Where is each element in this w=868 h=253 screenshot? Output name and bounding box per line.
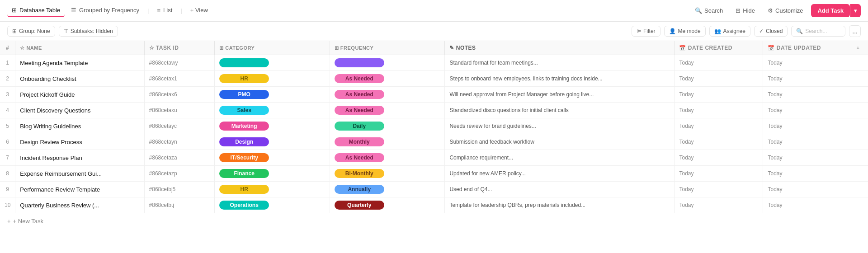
search-box[interactable]: 🔍 Search... bbox=[791, 26, 845, 37]
col-header-name[interactable]: ☆ NAME bbox=[15, 41, 144, 55]
tab-add-view[interactable]: + View bbox=[186, 4, 212, 17]
table-wrap: # ☆ NAME ☆ TASK ID ⊞ CATEGORY ⊞ FREQUENC… bbox=[0, 41, 868, 229]
cell-datecreated: Today bbox=[675, 103, 763, 118]
cell-category[interactable]: HR bbox=[215, 71, 330, 87]
cell-dateupdated: Today bbox=[763, 166, 852, 182]
cell-taskid: #868cetax6 bbox=[144, 87, 215, 103]
cell-frequency[interactable]: As Needed bbox=[330, 150, 445, 166]
new-task-row[interactable]: + + New Task bbox=[0, 213, 868, 229]
cell-category[interactable]: Finance bbox=[215, 166, 330, 182]
dateupdated-icon: 📅 bbox=[768, 45, 775, 51]
add-task-dropdown[interactable]: ▾ bbox=[850, 4, 861, 17]
tab-list[interactable]: ≡ List bbox=[152, 4, 177, 17]
hide-button[interactable]: ⊟ Hide bbox=[731, 5, 760, 17]
closed-chip[interactable]: ✓ Closed bbox=[754, 26, 788, 37]
cell-frequency[interactable]: Annually bbox=[330, 182, 445, 197]
tab-grouped-by-frequency[interactable]: ☰ Grouped by Frequency bbox=[66, 4, 144, 17]
more-button[interactable]: ... bbox=[849, 25, 861, 37]
cell-name[interactable]: Expense Reimbursement Gui... bbox=[15, 166, 144, 182]
cell-frequency[interactable]: Weekly bbox=[330, 55, 445, 71]
frequency-icon: ⊞ bbox=[335, 45, 339, 51]
cell-name[interactable]: Quarterly Business Review (... bbox=[15, 197, 144, 213]
frequency-badge: As Needed bbox=[335, 106, 384, 115]
cell-datecreated: Today bbox=[675, 166, 763, 182]
cell-name[interactable]: Performance Review Template bbox=[15, 182, 144, 197]
cell-name[interactable]: Incident Response Plan bbox=[15, 150, 144, 166]
cell-category[interactable]: Design bbox=[215, 134, 330, 150]
cell-name[interactable]: Meeting Agenda Template bbox=[15, 55, 144, 71]
cell-num: 5 bbox=[0, 118, 15, 134]
cell-dateupdated: Today bbox=[763, 71, 852, 87]
cell-category[interactable]: IT/Security bbox=[215, 150, 330, 166]
filter-chip[interactable]: ⊫ Filter bbox=[632, 26, 660, 37]
cell-frequency[interactable]: As Needed bbox=[330, 103, 445, 118]
tab-database-table[interactable]: ⊞ Database Table bbox=[7, 4, 65, 17]
frequency-badge: Daily bbox=[335, 122, 384, 131]
name-sort-icon: ☆ bbox=[20, 45, 25, 51]
table-row: 2 Onboarding Checklist #868cetax1 HR As … bbox=[0, 71, 868, 87]
customize-button[interactable]: ⚙ Customize bbox=[763, 5, 807, 17]
cell-name[interactable]: Client Discovery Questions bbox=[15, 103, 144, 118]
search-button[interactable]: 🔍 Search bbox=[690, 5, 727, 17]
cell-notes: Standardized disco questions for initial… bbox=[445, 103, 675, 118]
cell-num: 9 bbox=[0, 182, 15, 197]
cell-datecreated: Today bbox=[675, 134, 763, 150]
top-nav: ⊞ Database Table ☰ Grouped by Frequency … bbox=[0, 0, 868, 22]
add-task-button[interactable]: Add Task bbox=[811, 4, 850, 17]
cell-add bbox=[852, 87, 868, 103]
nav-separator: | bbox=[146, 7, 151, 14]
nav-right-actions: 🔍 Search ⊟ Hide ⚙ Customize Add Task ▾ bbox=[690, 4, 861, 17]
col-header-add[interactable]: + bbox=[852, 41, 868, 55]
col-header-notes[interactable]: ✎ NOTES bbox=[445, 41, 675, 55]
category-icon: ⊞ bbox=[219, 45, 224, 51]
customize-icon: ⚙ bbox=[768, 7, 773, 14]
cell-category[interactable]: Sales bbox=[215, 103, 330, 118]
cell-dateupdated: Today bbox=[763, 134, 852, 150]
cell-taskid: #868cetawy bbox=[144, 55, 215, 71]
cell-category[interactable]: Marketing bbox=[215, 118, 330, 134]
col-header-datecreated[interactable]: 📅 DATE CREATED bbox=[675, 41, 763, 55]
subtasks-chip[interactable]: ⊤ Subtasks: Hidden bbox=[59, 26, 118, 37]
cell-dateupdated: Today bbox=[763, 118, 852, 134]
cell-add bbox=[852, 103, 868, 118]
col-header-dateupdated[interactable]: 📅 DATE UPDATED bbox=[763, 41, 852, 55]
table-header-row: # ☆ NAME ☆ TASK ID ⊞ CATEGORY ⊞ FREQUENC… bbox=[0, 41, 868, 55]
cell-name[interactable]: Onboarding Checklist bbox=[15, 71, 144, 87]
closed-icon: ✓ bbox=[759, 28, 764, 34]
cell-add bbox=[852, 150, 868, 166]
cell-dateupdated: Today bbox=[763, 182, 852, 197]
frequency-badge: As Needed bbox=[335, 90, 384, 99]
cell-category[interactable]: HR bbox=[215, 182, 330, 197]
cell-add bbox=[852, 55, 868, 71]
cell-datecreated: Today bbox=[675, 118, 763, 134]
cell-category[interactable]: Operations bbox=[215, 55, 330, 71]
cell-frequency[interactable]: Daily bbox=[330, 118, 445, 134]
cell-dateupdated: Today bbox=[763, 103, 852, 118]
cell-datecreated: Today bbox=[675, 55, 763, 71]
cell-frequency[interactable]: As Needed bbox=[330, 71, 445, 87]
col-header-frequency[interactable]: ⊞ FREQUENCY bbox=[330, 41, 445, 55]
cell-category[interactable]: Operations bbox=[215, 197, 330, 213]
cell-datecreated: Today bbox=[675, 71, 763, 87]
cell-name[interactable]: Design Review Process bbox=[15, 134, 144, 150]
cell-taskid: #868cetazp bbox=[144, 166, 215, 182]
cell-name[interactable]: Project Kickoff Guide bbox=[15, 87, 144, 103]
col-header-category[interactable]: ⊞ CATEGORY bbox=[215, 41, 330, 55]
group-chip[interactable]: ⊞ Group: None bbox=[7, 26, 55, 37]
cell-frequency[interactable]: As Needed bbox=[330, 87, 445, 103]
cell-frequency[interactable]: Bi-Monthly bbox=[330, 166, 445, 182]
cell-notes: Compliance requirement... bbox=[445, 150, 675, 166]
database-table-icon: ⊞ bbox=[12, 7, 17, 14]
cell-frequency[interactable]: Quarterly bbox=[330, 197, 445, 213]
me-mode-chip[interactable]: 👤 Me mode bbox=[664, 26, 706, 37]
cell-category[interactable]: PMO bbox=[215, 87, 330, 103]
cell-notes: Needs review for brand guidelines... bbox=[445, 118, 675, 134]
toolbar-left: ⊞ Group: None ⊤ Subtasks: Hidden bbox=[7, 26, 118, 37]
category-badge: HR bbox=[219, 74, 269, 83]
assignee-chip[interactable]: 👥 Assignee bbox=[709, 26, 750, 37]
col-header-taskid[interactable]: ☆ TASK ID bbox=[144, 41, 215, 55]
toolbar: ⊞ Group: None ⊤ Subtasks: Hidden ⊫ Filte… bbox=[0, 22, 868, 41]
cell-name[interactable]: Blog Writing Guidelines bbox=[15, 118, 144, 134]
cell-frequency[interactable]: Monthly bbox=[330, 134, 445, 150]
cell-datecreated: Today bbox=[675, 197, 763, 213]
